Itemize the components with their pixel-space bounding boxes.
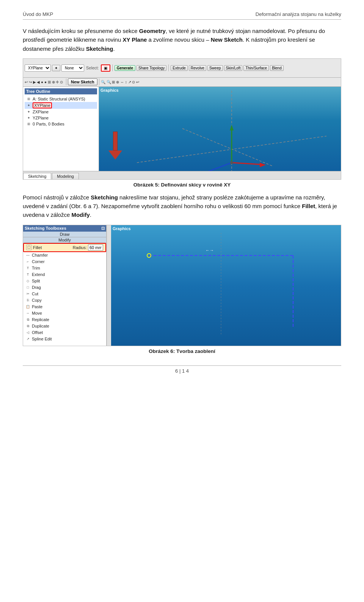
trim-label: Trim (32, 266, 40, 270)
tree-label-yzplane: YZPlane (33, 116, 49, 120)
share-topology-btn[interactable]: Share Topology (136, 65, 166, 71)
svg-text:←→: ←→ (206, 248, 214, 252)
skin-loft-btn[interactable]: Skin/Loft (224, 65, 243, 71)
draw-section[interactable]: Draw (23, 232, 106, 237)
svg-line-7 (232, 163, 262, 165)
offset-icon: ◁ (25, 330, 30, 335)
tree-label-zxplane: ZXPlane (33, 110, 49, 114)
tool-split[interactable]: ◇ Split (23, 278, 106, 284)
svg-point-9 (230, 161, 233, 164)
coord-svg (99, 87, 341, 171)
select-label: Select: (86, 66, 99, 70)
tree-outline-header: Tree Outline (25, 88, 97, 94)
offset-label: Offset (32, 330, 43, 335)
tool-chamfer[interactable]: — Chamfer (23, 252, 106, 259)
svg-marker-8 (260, 163, 266, 167)
extrude-btn[interactable]: Extrude (171, 65, 187, 71)
replicate-icon: ⧉ (25, 317, 30, 322)
generate-btn[interactable]: Generate (115, 65, 135, 71)
more-toolbar-icons: 🔍 🔍 ⊞ ⊕ ↔ ↕ ↗ ⊙ ↩ (101, 80, 139, 84)
star-button[interactable]: ✦ (52, 65, 60, 71)
blend-btn[interactable]: Blend (270, 65, 284, 71)
cut-label: Cut (32, 292, 38, 296)
graphics-area: Graphics (99, 87, 341, 171)
tree-icon-static: ⊞ (26, 96, 31, 102)
trim-icon: T (25, 266, 30, 271)
figure1-screenshot: XYPlane ✦ None Select: ▣ Generate Share … (23, 58, 341, 180)
page-container: Úvod do MKP Deformační analýza stojanu n… (0, 0, 364, 389)
tree-item-static[interactable]: ⊞ A: Static Structural (ANSYS) (25, 96, 97, 102)
tree-label-xyplane: XYPlane (33, 102, 52, 108)
chamfer-icon: — (25, 253, 30, 258)
replicate-label: Replicate (32, 317, 49, 322)
tool-corner[interactable]: ⌐ Corner (23, 259, 106, 265)
intro-paragraph: V následujícím kroku se přesuneme do sek… (23, 27, 341, 53)
figure2-caption: Obrázek 6: Tvorba zaoblení (23, 348, 341, 354)
tool-fillet[interactable]: ☐ Fillet Radius: (23, 243, 106, 252)
tool-trim[interactable]: T Trim (23, 265, 106, 271)
tree-item-yzplane[interactable]: ✦ YZPlane (25, 115, 97, 121)
sweep-btn[interactable]: Sweep (207, 65, 223, 71)
modeling-tab[interactable]: Modeling (52, 173, 79, 179)
radius-input[interactable] (88, 245, 103, 251)
fillet-label-group: ☐ Fillet (26, 245, 42, 250)
tool-extend[interactable]: T Extend (23, 271, 106, 278)
separator4 (99, 78, 99, 85)
drag-label: Drag (32, 285, 41, 290)
duplicate-label: Duplicate (32, 324, 49, 328)
drag-icon: □ (25, 285, 30, 290)
separator3 (66, 78, 66, 85)
tree-item-zxplane[interactable]: ✦ ZXPlane (25, 109, 97, 115)
extend-label: Extend (32, 272, 45, 277)
bottom-tabs: Sketching Modeling (23, 171, 341, 179)
tool-offset[interactable]: ◁ Offset (23, 329, 106, 336)
sketching-panel-title: Sketching Toolboxes (25, 226, 66, 231)
new-sketch-btn[interactable]: New Sketch (68, 78, 97, 85)
copy-label: Copy (32, 298, 42, 303)
tool-drag[interactable]: □ Drag (23, 284, 106, 291)
thin-surface-btn[interactable]: Thin/Surface (243, 65, 269, 71)
tool-move[interactable]: ↔ Move (23, 310, 106, 317)
tool-replicate[interactable]: ⧉ Replicate (23, 317, 106, 323)
header-left-title: Úvod do MKP (23, 11, 53, 17)
tree-icon-xyplane: ✦ (26, 103, 31, 108)
tree-label-parts: 0 Parts, 0 Bodies (33, 122, 64, 126)
scrollbar[interactable] (107, 225, 111, 346)
plane-dropdown[interactable]: XYPlane (25, 64, 51, 72)
sketch-svg: ←→ (111, 225, 341, 346)
spline-edit-icon: ↗ (25, 337, 30, 342)
tool-spline-edit[interactable]: ↗ Spline Edit (23, 336, 106, 342)
sketching-tab[interactable]: Sketching (23, 173, 51, 180)
separator1 (112, 64, 113, 71)
tool-cut[interactable]: ✂ Cut (23, 291, 106, 297)
tree-item-parts[interactable]: ⊞ 0 Parts, 0 Bodies (25, 121, 97, 127)
tool-paste[interactable]: 📋 Paste (23, 304, 106, 310)
tool-copy[interactable]: ⎘ Copy (23, 297, 106, 304)
none-dropdown[interactable]: None (61, 64, 84, 72)
tree-item-xyplane[interactable]: ✦ XYPlane (25, 102, 97, 109)
revolve-btn[interactable]: Revolve (189, 65, 206, 71)
sketching-panel: Sketching Toolboxes ⊡ Draw Modify ☐ Fill… (23, 225, 107, 346)
svg-marker-4 (230, 125, 234, 130)
page-header: Úvod do MKP Deformační analýza stojanu n… (23, 11, 341, 20)
split-icon: ◇ (25, 279, 30, 284)
tool-duplicate[interactable]: ⧉ Duplicate (23, 323, 106, 329)
move-label: Move (32, 311, 42, 315)
toolbar-row1: XYPlane ✦ None Select: ▣ Generate Share … (23, 59, 341, 78)
select-btn[interactable]: ▣ (101, 64, 110, 72)
extend-icon: T (25, 272, 30, 277)
cut-icon: ✂ (25, 292, 30, 296)
fillet-row: ☐ Fillet Radius: (26, 245, 103, 251)
svg-line-2 (182, 129, 273, 166)
corner-icon: ⌐ (25, 259, 30, 264)
tree-icon-yzplane: ✦ (26, 115, 31, 121)
down-arrow (108, 132, 122, 160)
separator2 (168, 64, 169, 71)
modify-section[interactable]: Modify (23, 237, 106, 243)
copy-icon: ⎘ (25, 298, 30, 303)
footer-text: 6 | 1 4 (175, 368, 189, 374)
fillet-label: Fillet (33, 245, 42, 250)
tree-outline-panel: Tree Outline ⊞ A: Static Structural (ANS… (23, 87, 99, 171)
fillet-radius-group: Radius: (73, 245, 103, 251)
page-footer: 6 | 1 4 (23, 365, 341, 374)
